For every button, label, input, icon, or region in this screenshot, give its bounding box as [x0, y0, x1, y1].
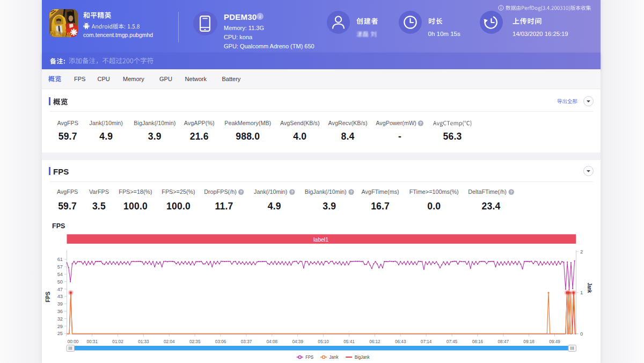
svg-text:29: 29 [57, 324, 63, 329]
svg-text:01:33: 01:33 [138, 339, 149, 344]
svg-text:00:31: 00:31 [86, 339, 98, 344]
svg-text:36: 36 [57, 309, 63, 314]
svg-text:09:18: 09:18 [523, 339, 535, 344]
svg-text:08:16: 08:16 [472, 339, 484, 344]
svg-text:?: ? [350, 190, 353, 194]
svg-text:01:02: 01:02 [112, 339, 123, 344]
svg-text:0: 0 [580, 331, 583, 337]
svg-text:?: ? [290, 190, 293, 194]
svg-text:05:10: 05:10 [318, 339, 329, 344]
svg-text:61: 61 [57, 257, 63, 262]
svg-text:i: i [259, 14, 261, 19]
svg-text:Jank: Jank [330, 354, 339, 360]
svg-text:25: 25 [57, 331, 63, 336]
svg-text:06:43: 06:43 [395, 339, 406, 344]
svg-text:03:37: 03:37 [241, 339, 252, 344]
svg-text:?: ? [240, 190, 243, 194]
svg-text:50: 50 [57, 279, 63, 285]
svg-text:08:47: 08:47 [498, 339, 509, 344]
svg-text:43: 43 [57, 294, 63, 299]
svg-text:07:14: 07:14 [421, 339, 432, 344]
svg-text:02:04: 02:04 [164, 339, 175, 344]
svg-text:39: 39 [57, 301, 63, 307]
svg-text:?: ? [510, 190, 513, 194]
svg-text:03:06: 03:06 [215, 339, 226, 344]
svg-text:1: 1 [580, 290, 583, 295]
svg-text:04:39: 04:39 [292, 339, 303, 344]
svg-text:04:08: 04:08 [267, 339, 278, 344]
svg-text:32: 32 [57, 316, 63, 322]
svg-text:2: 2 [580, 249, 583, 255]
svg-text:57: 57 [57, 264, 63, 270]
svg-text:?: ? [420, 121, 422, 126]
svg-text:07:45: 07:45 [447, 339, 458, 344]
svg-text:label1: label1 [313, 236, 328, 243]
svg-text:00:00: 00:00 [68, 339, 79, 344]
svg-text:FPS: FPS [45, 292, 51, 302]
svg-text:05:41: 05:41 [343, 339, 355, 344]
svg-text:02:35: 02:35 [189, 339, 201, 344]
svg-text:FPS: FPS [305, 354, 313, 360]
svg-text:06:12: 06:12 [369, 339, 380, 344]
svg-text:Jank: Jank [587, 283, 592, 293]
svg-text:47: 47 [57, 287, 63, 292]
svg-text:09:49: 09:49 [549, 339, 560, 344]
svg-text:54: 54 [57, 272, 63, 277]
svg-text:BigJank: BigJank [355, 354, 370, 360]
